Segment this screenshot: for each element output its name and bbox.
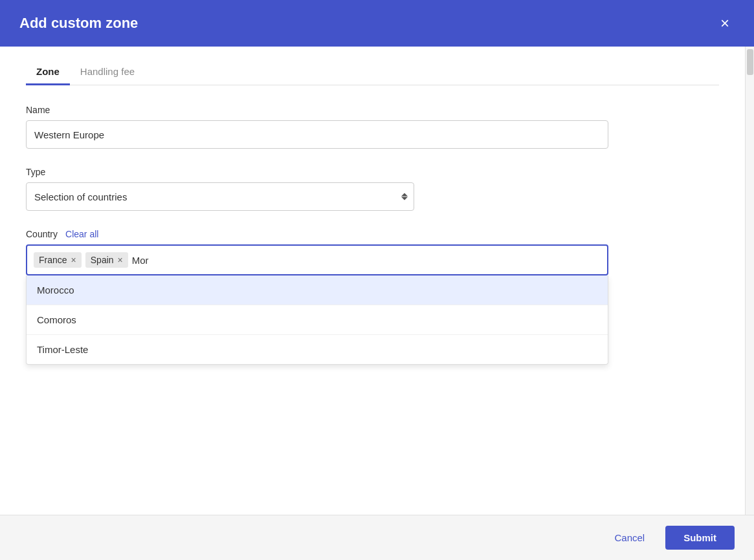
country-tag-input[interactable]: France × Spain × <box>26 244 608 275</box>
scrollbar-track <box>745 47 754 515</box>
dialog-header: Add custom zone × <box>0 0 754 47</box>
type-label: Type <box>26 167 719 177</box>
country-dropdown: Morocco Comoros Timor-Leste <box>26 275 608 365</box>
submit-button[interactable]: Submit <box>665 526 735 550</box>
country-field-group: Country Clear all France × Spain × <box>26 229 719 365</box>
country-label: Country <box>26 229 58 239</box>
dialog-footer: Cancel Submit <box>0 515 754 560</box>
dropdown-item-comoros[interactable]: Comoros <box>27 305 608 335</box>
name-label: Name <box>26 105 719 115</box>
tag-spain: Spain × <box>85 252 128 268</box>
name-field-group: Name <box>26 105 719 149</box>
cancel-button[interactable]: Cancel <box>601 526 658 550</box>
dialog-body-outer: Zone Handling fee Name Type Selection of… <box>0 47 754 515</box>
tabs: Zone Handling fee <box>26 47 719 85</box>
tab-handling-fee[interactable]: Handling fee <box>70 59 145 85</box>
dropdown-item-timor-leste[interactable]: Timor-Leste <box>27 335 608 364</box>
tag-spain-label: Spain <box>91 255 114 265</box>
add-custom-zone-dialog: Add custom zone × Zone Handling fee Name… <box>0 0 754 560</box>
country-search-input[interactable] <box>132 255 601 266</box>
scrollbar-thumb[interactable] <box>747 49 753 75</box>
tag-france: France × <box>34 252 82 268</box>
tag-spain-remove[interactable]: × <box>118 255 123 264</box>
dialog-body: Zone Handling fee Name Type Selection of… <box>0 47 745 515</box>
dropdown-item-morocco[interactable]: Morocco <box>27 275 608 305</box>
clear-all-button[interactable]: Clear all <box>65 229 98 239</box>
tab-zone[interactable]: Zone <box>26 59 70 85</box>
close-button[interactable]: × <box>715 13 735 34</box>
dialog-title: Add custom zone <box>19 15 138 32</box>
type-field-group: Type Selection of countries All countrie… <box>26 167 719 211</box>
tag-france-label: France <box>39 255 67 265</box>
type-select[interactable]: Selection of countries All countries Res… <box>26 182 414 211</box>
tag-france-remove[interactable]: × <box>71 255 76 264</box>
type-select-wrapper: Selection of countries All countries Res… <box>26 182 414 211</box>
country-header: Country Clear all <box>26 229 719 239</box>
name-input[interactable] <box>26 120 608 149</box>
